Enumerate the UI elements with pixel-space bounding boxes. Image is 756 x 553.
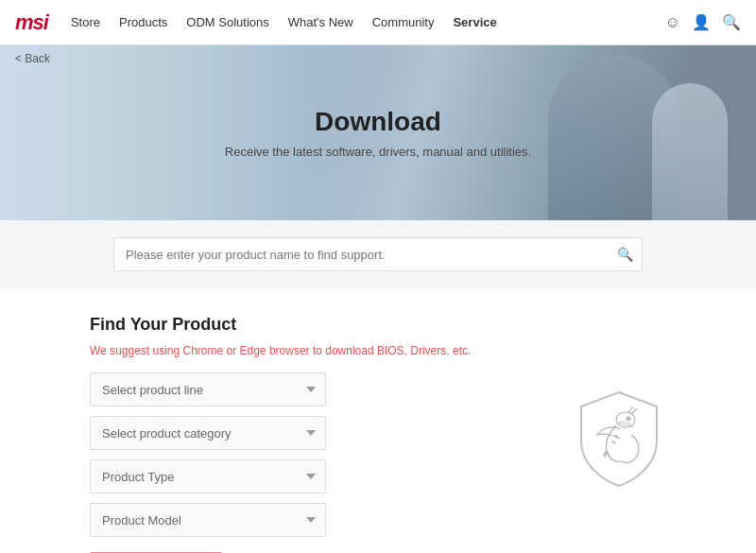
hero-banner: Download Receive the latest software, dr… bbox=[0, 45, 756, 220]
search-section: 🔍 bbox=[0, 220, 756, 288]
user-icon[interactable]: ☺ bbox=[665, 14, 680, 31]
hero-subtitle: Receive the latest software, drivers, ma… bbox=[225, 145, 531, 159]
nav-products[interactable]: Products bbox=[119, 15, 167, 29]
product-model-select[interactable]: Product Model bbox=[90, 503, 326, 537]
nav-service[interactable]: Service bbox=[453, 15, 496, 29]
nav-store[interactable]: Store bbox=[71, 15, 100, 29]
product-type-select[interactable]: Product Type bbox=[90, 459, 326, 493]
dragon-logo bbox=[572, 391, 666, 486]
search-icon[interactable]: 🔍 bbox=[722, 13, 741, 31]
search-bar-container: 🔍 bbox=[113, 237, 643, 271]
section-title: Find Your Product bbox=[90, 315, 666, 335]
product-finder: Select product line Select product categ… bbox=[90, 372, 666, 553]
back-link[interactable]: < Back bbox=[15, 52, 50, 65]
main-nav: Store Products ODM Solutions What's New … bbox=[71, 15, 665, 29]
nav-odm[interactable]: ODM Solutions bbox=[186, 15, 268, 29]
product-search-input[interactable] bbox=[113, 237, 643, 271]
product-line-select[interactable]: Select product line bbox=[90, 372, 326, 406]
account-icon[interactable]: 👤 bbox=[692, 13, 711, 31]
hero-content: Download Receive the latest software, dr… bbox=[225, 107, 531, 159]
browser-warning: We suggest using Chrome or Edge browser … bbox=[90, 344, 666, 357]
svg-point-1 bbox=[627, 417, 630, 421]
dragon-shield-icon bbox=[576, 389, 662, 489]
nav-community[interactable]: Community bbox=[372, 15, 435, 29]
header: msi Store Products ODM Solutions What's … bbox=[0, 0, 756, 45]
dropdowns-container: Select product line Select product categ… bbox=[90, 372, 534, 553]
hero-title: Download bbox=[225, 107, 531, 137]
header-icons: ☺ 👤 🔍 bbox=[665, 13, 741, 31]
search-bar-icon: 🔍 bbox=[617, 247, 633, 262]
nav-whatsnew[interactable]: What's New bbox=[288, 15, 353, 29]
main-content: Find Your Product We suggest using Chrom… bbox=[0, 288, 756, 553]
msi-logo[interactable]: msi bbox=[15, 10, 48, 35]
product-category-select[interactable]: Select product category bbox=[90, 416, 326, 450]
